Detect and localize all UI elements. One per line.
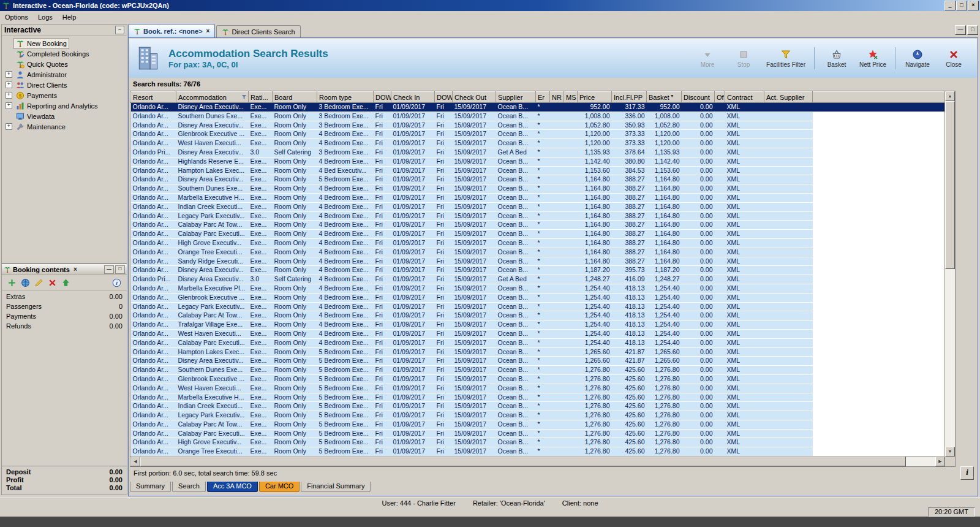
table-row[interactable]: Orlando Ar...Southern Dunes Exe...Exe...… — [131, 112, 945, 121]
maximize-button[interactable]: □ — [956, 1, 967, 10]
table-row[interactable]: Orlando Pri...Disney Area Executiv...3.0… — [131, 275, 945, 284]
table-row[interactable]: Orlando Ar...Legacy Park Executiv...Exe.… — [131, 211, 945, 221]
menu-logs[interactable]: Logs — [33, 12, 58, 22]
add-icon[interactable] — [7, 278, 17, 287]
table-row[interactable]: Orlando Ar...Calabay Parc At Tow...Exe..… — [131, 221, 945, 230]
column-header-act-supplier[interactable]: Act. Supplier — [764, 92, 813, 103]
bottom-tab-search[interactable]: Search — [172, 482, 206, 492]
sidebar-item-payments[interactable]: +$Payments — [2, 90, 127, 100]
navigate-button[interactable]: Navigate — [900, 47, 935, 70]
table-row[interactable]: Orlando Ar...Orange Tree Executi...Exe..… — [131, 248, 945, 257]
bottom-tab-acc-3a-mco[interactable]: Acc 3A MCO — [207, 482, 258, 492]
table-row[interactable]: Orlando Ar...Disney Area Executiv...Exe.… — [131, 266, 945, 275]
booking-contents-maximize-button[interactable]: □ — [115, 265, 125, 274]
scroll-down-icon[interactable]: ▼ — [945, 447, 955, 457]
column-header-ms[interactable]: MS — [564, 92, 578, 103]
table-row[interactable]: Orlando Ar...Orange Tree Executi...Exe..… — [131, 447, 945, 457]
column-header-contract[interactable]: Contract — [725, 92, 764, 103]
table-row[interactable]: Orlando Ar...Marbella Executive H...Exe.… — [131, 193, 945, 202]
scroll-left-icon[interactable]: ◀ — [130, 457, 140, 466]
sidebar-item-quick-quotes[interactable]: Quick Quotes — [2, 59, 127, 69]
table-row[interactable]: Orlando Ar...West Haven Executi...Exe...… — [131, 384, 945, 393]
scroll-right-icon[interactable]: ▶ — [935, 457, 945, 466]
table-row[interactable]: Orlando Ar...Calabay Parc Executi...Exe.… — [131, 338, 945, 347]
column-header-dow[interactable]: DOW — [374, 92, 391, 103]
bottom-tab-financial-summary[interactable]: Financial Summary — [301, 482, 371, 492]
info-icon[interactable]: i — [112, 278, 121, 287]
scroll-up-icon[interactable]: ▲ — [945, 91, 955, 101]
vscrollbar-thumb[interactable] — [945, 101, 955, 269]
collapse-panel-button[interactable]: − — [115, 26, 124, 34]
column-header-rati[interactable]: Rati... — [249, 92, 273, 103]
bottom-tab-car-mco[interactable]: Car MCO — [259, 482, 300, 492]
delete-icon[interactable] — [48, 278, 57, 287]
sidebar-item-completed-bookings[interactable]: Completed Bookings — [2, 48, 127, 59]
column-header-dow[interactable]: DOW — [435, 92, 453, 103]
expand-icon[interactable]: + — [6, 82, 12, 88]
column-header-check-in[interactable]: Check In — [391, 92, 435, 103]
bottom-tab-summary[interactable]: Summary — [130, 482, 171, 492]
table-row[interactable]: Orlando Ar...Calabay Parc Executi...Exe.… — [131, 429, 945, 438]
filter-icon[interactable] — [241, 94, 247, 100]
table-row[interactable]: Orlando Ar...Southern Dunes Exe...Exe...… — [131, 366, 945, 375]
column-header-price[interactable]: Price — [578, 92, 612, 103]
table-row[interactable]: Orlando Ar...Disney Area Executiv...Exe.… — [131, 357, 945, 366]
table-row[interactable]: Orlando Ar...Disney Area Executiv...Exe.… — [131, 103, 945, 112]
table-row[interactable]: Orlando Ar...High Grove Executiv...Exe..… — [131, 238, 945, 248]
column-header-room-type[interactable]: Room type — [317, 92, 374, 103]
table-row[interactable]: Orlando Ar...Trafalgar Village Exe...Exe… — [131, 320, 945, 330]
menu-help[interactable]: Help — [58, 12, 81, 22]
horizontal-scrollbar[interactable]: ◀ ▶ — [130, 456, 945, 466]
table-row[interactable]: Orlando Ar...Indian Creek Executi...Exe.… — [131, 202, 945, 211]
column-header-er[interactable]: Er — [536, 92, 550, 103]
table-row[interactable]: Orlando Ar...West Haven Executi...Exe...… — [131, 329, 945, 338]
table-row[interactable]: Orlando Ar...High Grove Executiv...Exe..… — [131, 438, 945, 447]
mdi-restore-button[interactable]: □ — [967, 25, 978, 35]
table-row[interactable]: Orlando Ar...Disney Area Executiv...Exe.… — [131, 175, 945, 184]
table-row[interactable]: Orlando Ar...Marbella Executive Pl...Exe… — [131, 284, 945, 293]
table-row[interactable]: Orlando Ar...Marbella Executive H...Exe.… — [131, 393, 945, 402]
sidebar-item-new-booking[interactable]: New Booking — [2, 38, 127, 48]
close-button[interactable]: Close — [937, 47, 971, 70]
table-row[interactable]: Orlando Ar...Southern Dunes Exe...Exe...… — [131, 184, 945, 194]
column-header-check-out[interactable]: Check Out — [453, 92, 496, 103]
column-header-accommodation[interactable]: Accommodation — [176, 92, 249, 103]
basket-button[interactable]: Basket — [820, 47, 854, 70]
table-row[interactable]: Orlando Ar...Glenbrook Executive ...Exe.… — [131, 293, 945, 302]
table-row[interactable]: Orlando Ar...Legacy Park Executiv...Exe.… — [131, 411, 945, 420]
column-header-board[interactable]: Board — [273, 92, 317, 103]
table-row[interactable]: Orlando Ar...Glenbrook Executive ...Exe.… — [131, 130, 945, 139]
tab-book-ref-none[interactable]: Book. ref.: <none>× — [128, 24, 215, 37]
facilities-filter-button[interactable]: Facilities Filter — [763, 47, 809, 70]
table-row[interactable]: Orlando Ar...Glenbrook Executive ...Exe.… — [131, 374, 945, 384]
sidebar-item-reporting-and-analytics[interactable]: +Reporting and Analytics — [2, 100, 127, 111]
tab-direct-clients-search[interactable]: Direct Clients Search — [216, 25, 300, 37]
hscrollbar-thumb[interactable] — [140, 457, 906, 466]
table-row[interactable]: Orlando Ar...Calabay Parc At Tow...Exe..… — [131, 420, 945, 429]
move-up-icon[interactable] — [61, 278, 70, 287]
column-header-discount[interactable]: Discount — [682, 92, 715, 103]
close-button[interactable]: × — [968, 1, 979, 10]
globe-icon[interactable] — [21, 278, 30, 287]
table-row[interactable]: Orlando Ar...Hampton Lakes Exec...Exe...… — [131, 166, 945, 175]
info-button[interactable]: i — [960, 466, 974, 480]
table-row[interactable]: Orlando Ar...West Haven Executi...Exe...… — [131, 139, 945, 148]
expand-icon[interactable]: + — [6, 92, 12, 99]
table-row[interactable]: Orlando Ar...Highlands Reserve E...Exe..… — [131, 157, 945, 166]
column-header-incl-fl-pp[interactable]: Incl.Fl.PP — [612, 92, 647, 103]
tab-close-icon[interactable]: × — [206, 28, 210, 34]
table-row[interactable]: Orlando Ar...Disney Area Executiv...Exe.… — [131, 121, 945, 130]
minimize-button[interactable]: _ — [944, 1, 956, 10]
table-row[interactable]: Orlando Ar...Calabay Parc At Tow...Exe..… — [131, 311, 945, 320]
column-header-basket[interactable]: Basket▼ — [647, 92, 682, 103]
expand-icon[interactable]: + — [6, 102, 12, 109]
column-header-nr[interactable]: NR — [550, 92, 564, 103]
sidebar-item-maintenance[interactable]: +Maintenance — [2, 121, 127, 132]
table-row[interactable]: Orlando Ar...Sandy Ridge Executi...Exe..… — [131, 257, 945, 266]
booking-contents-minimize-button[interactable]: — — [104, 265, 114, 274]
sidebar-item-viewdata[interactable]: Viewdata — [2, 111, 127, 121]
booking-contents-close-icon[interactable]: × — [72, 266, 79, 273]
mdi-minimize-button[interactable]: — — [955, 25, 966, 35]
table-row[interactable]: Orlando Ar...Hampton Lakes Exec...Exe...… — [131, 347, 945, 357]
table-row[interactable]: Orlando Ar...Legacy Park Executiv...Exe.… — [131, 302, 945, 311]
